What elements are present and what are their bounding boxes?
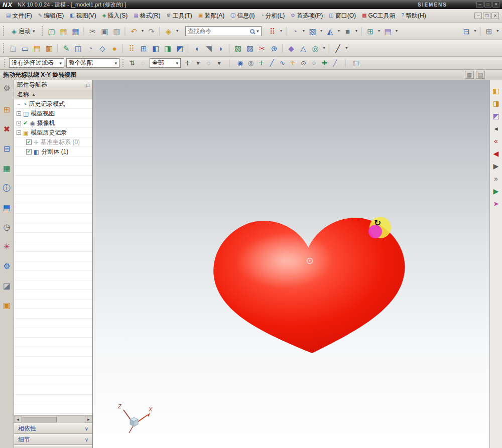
- collapse-panel-icon[interactable]: ◂: [494, 125, 497, 132]
- menu-assemblies[interactable]: ▣ 装配(A): [195, 10, 227, 22]
- sketch-icon[interactable]: ✎: [61, 43, 72, 54]
- display-mode-icon[interactable]: ◈: [163, 26, 174, 37]
- model-icon[interactable]: ◻: [8, 43, 19, 54]
- tree-item-model-history[interactable]: − ▣ 模型历史记录: [14, 128, 92, 137]
- sphere-icon[interactable]: ◎: [310, 43, 321, 54]
- draft-icon[interactable]: △: [298, 43, 309, 54]
- datum-csys-icon[interactable]: ▤: [32, 43, 43, 54]
- scroll-left-button[interactable]: ◄: [14, 416, 22, 423]
- playback-step-back-icon[interactable]: ◀: [493, 150, 499, 157]
- gateway-icon[interactable]: ◪: [3, 282, 11, 290]
- layer-settings-caret[interactable]: ▾: [395, 26, 399, 37]
- name-column-header[interactable]: 名称 ▲: [14, 90, 92, 99]
- menu-window[interactable]: ◫ 窗口(O): [326, 10, 359, 22]
- revolve-icon[interactable]: ◔: [85, 43, 96, 54]
- menu-analysis[interactable]: ◔ 分析(L): [258, 10, 288, 22]
- display-mode-caret[interactable]: ▾: [175, 26, 180, 37]
- sort-ascending-icon[interactable]: ▲: [32, 92, 36, 97]
- new-icon[interactable]: ▢: [46, 26, 57, 37]
- menu-file[interactable]: ▤ 文件(F): [3, 10, 35, 22]
- close-button[interactable]: ✕: [492, 2, 499, 8]
- menu-edit[interactable]: ✎ 编辑(E): [35, 10, 67, 22]
- background-icon[interactable]: ■: [342, 26, 353, 37]
- window-layout-icon[interactable]: ⊞: [365, 26, 376, 37]
- subtract-icon[interactable]: ◨: [162, 43, 173, 54]
- title-bar[interactable]: NX NX 10.0.0.24 - 建模 - [_model1.prt (修改的…: [0, 0, 502, 9]
- tree-item-datum-csys[interactable]: ✔ ✛ 基准坐标系 (0): [14, 137, 92, 147]
- maximize-button[interactable]: □: [484, 2, 491, 8]
- pattern-feature-icon[interactable]: ⠿: [126, 43, 137, 54]
- start-menu-button[interactable]: ◈ 启动 ▾: [8, 25, 39, 38]
- toolbar-grip[interactable]: [3, 43, 5, 53]
- menu-help[interactable]: ? 帮助(H): [398, 10, 429, 22]
- toolbar-grip[interactable]: [42, 26, 44, 36]
- view-cube-iso-icon[interactable]: ◩: [492, 112, 499, 119]
- boss-icon[interactable]: ●: [109, 43, 120, 54]
- mdi-minimize-button[interactable]: ─: [474, 13, 482, 19]
- toolbar-options-icon[interactable]: ⊞: [483, 26, 494, 37]
- undo-caret[interactable]: ▾: [141, 26, 145, 37]
- horizontal-scrollbar[interactable]: ◄ ►: [14, 415, 92, 423]
- highlight-toggle-icon[interactable]: ◌: [138, 58, 148, 68]
- tree-item-split-body[interactable]: ✔ ◧ 分割体 (1): [14, 147, 92, 157]
- tree-item-model-views[interactable]: + ◫ 模型视图: [14, 109, 92, 118]
- palette-icon[interactable]: ✳: [4, 243, 10, 251]
- open-icon[interactable]: ▤: [58, 26, 69, 37]
- quadrant-snap-icon[interactable]: ✚: [320, 58, 329, 68]
- command-finder[interactable]: ▾: [185, 26, 262, 36]
- graphics-viewport[interactable]: ↻ Z X: [93, 80, 489, 448]
- snap-point-caret[interactable]: ▾: [193, 58, 203, 68]
- scroll-right-button[interactable]: ►: [85, 416, 92, 423]
- mirror-feature-icon[interactable]: ⊞: [138, 43, 149, 54]
- undock-panel-icon[interactable]: □: [86, 82, 89, 88]
- part-navigator-icon[interactable]: ⊟: [4, 145, 10, 153]
- edge-blend-icon[interactable]: ◖: [191, 43, 202, 54]
- dependencies-section-header[interactable]: 相依性 ∨: [14, 423, 92, 434]
- view-cube-front-icon[interactable]: ◨: [492, 100, 499, 107]
- cue-line-icon[interactable]: ▦: [465, 71, 474, 79]
- search-icon[interactable]: [250, 29, 255, 34]
- endpoint-snap-icon[interactable]: ◉: [235, 58, 245, 68]
- menu-preferences[interactable]: ⚙ 首选项(P): [288, 10, 326, 22]
- trim-body-icon[interactable]: ▧: [232, 43, 243, 54]
- checkbox[interactable]: ✔: [26, 149, 32, 155]
- unite-icon[interactable]: ◧: [150, 43, 161, 54]
- mdi-close-button[interactable]: ✕: [491, 13, 499, 19]
- scrollbar-thumb[interactable]: [23, 417, 57, 422]
- keyboard-shortcuts-icon[interactable]: ▤: [351, 58, 361, 68]
- menu-gc-toolbox[interactable]: ▩ GC工具箱: [359, 10, 398, 22]
- menu-tools[interactable]: ⚙ 工具(T): [163, 10, 195, 22]
- playback-to-end-icon[interactable]: ▶: [493, 188, 499, 195]
- orient-view-icon[interactable]: ◭: [325, 26, 336, 37]
- search-caret[interactable]: ▾: [257, 29, 259, 34]
- window-layout-caret[interactable]: ▾: [377, 26, 382, 37]
- line-snap-icon[interactable]: ╱: [267, 58, 277, 68]
- collapse-icon[interactable]: −: [17, 130, 21, 135]
- measure-icon[interactable]: ◆: [286, 43, 297, 54]
- chamfer-icon[interactable]: ◥: [203, 43, 214, 54]
- intersection-snap-icon[interactable]: ✛: [288, 58, 298, 68]
- navigator-title-bar[interactable]: 部件导航器 □: [14, 80, 92, 90]
- selection-scope-dropdown[interactable]: 整个装配 ▾: [66, 58, 119, 68]
- tangent-snap-icon[interactable]: ╱: [330, 58, 340, 68]
- edit-feature-icon[interactable]: ➤: [493, 200, 499, 207]
- selection-filter-dropdown[interactable]: 没有选择过滤器 ▾: [9, 58, 64, 68]
- hd3d-tool-icon[interactable]: ⓘ: [3, 184, 11, 192]
- toolbar-grip[interactable]: [3, 26, 5, 36]
- copy-icon[interactable]: ▣: [99, 26, 110, 37]
- move-face-icon[interactable]: ⊕: [269, 43, 280, 54]
- sphere-display-icon[interactable]: ◔: [290, 26, 301, 37]
- shaded-view-icon[interactable]: ▧: [307, 26, 318, 37]
- checkbox[interactable]: ✔: [26, 139, 32, 145]
- reuse-library-icon[interactable]: ▦: [3, 165, 11, 173]
- expand-icon[interactable]: +: [17, 121, 21, 125]
- touch-mode-icon[interactable]: ⠿: [267, 26, 278, 37]
- intersect-icon[interactable]: ◩: [174, 43, 185, 54]
- curve-snap-icon[interactable]: ∿: [278, 58, 287, 68]
- line-icon[interactable]: ╱: [332, 43, 343, 54]
- more-caret[interactable]: ▾: [322, 43, 326, 54]
- menu-format[interactable]: ▦ 格式(R): [131, 10, 163, 22]
- snap-point-icon[interactable]: ✛: [183, 58, 192, 68]
- save-icon[interactable]: ▦: [70, 26, 81, 37]
- view-triad[interactable]: Z X: [112, 401, 154, 437]
